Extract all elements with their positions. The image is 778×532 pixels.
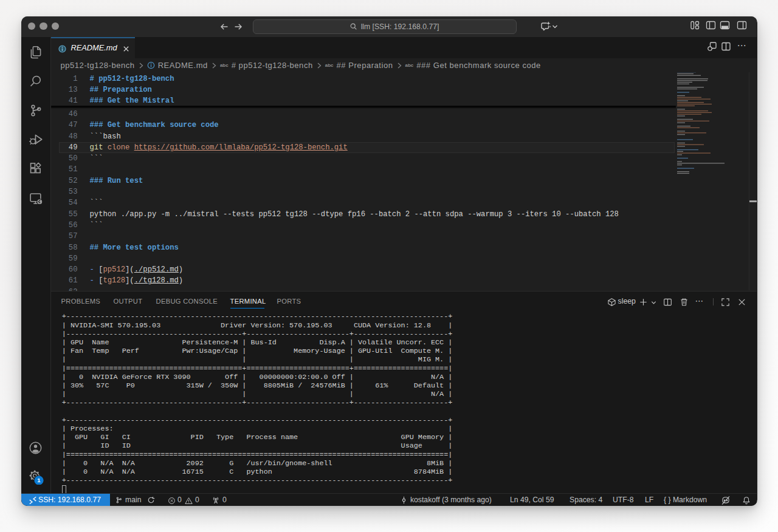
svg-text:1: 1 xyxy=(37,477,41,483)
